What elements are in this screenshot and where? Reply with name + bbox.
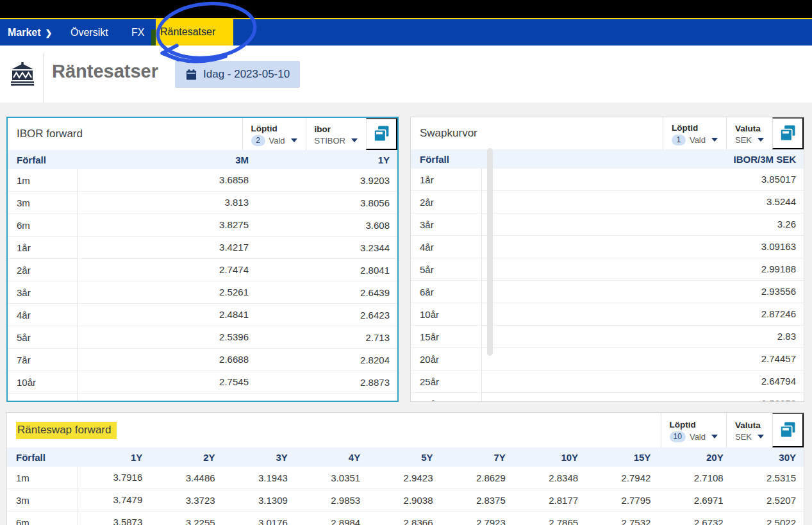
loptid-dropdown[interactable]: Löptid 1 Vald — [663, 117, 726, 149]
cell-value: 3.813 — [77, 192, 256, 214]
column-header: 3M — [77, 154, 256, 165]
copy-icon — [779, 422, 796, 438]
cell-value: 3.8056 — [256, 197, 397, 208]
bank-icon — [10, 62, 35, 87]
cell-label: 30år — [411, 399, 481, 402]
nav-item-rantesatser-active[interactable]: Räntesatser — [156, 18, 233, 46]
cell-label: 3m — [7, 495, 78, 506]
valuta-value: SEK — [735, 135, 752, 145]
loptid-dropdown[interactable]: Löptid 10 Vald — [661, 413, 726, 447]
column-header: 20Y — [658, 452, 731, 463]
table-row: 5år2.53962.713 — [8, 326, 397, 349]
table-row: 2år3.5244 — [411, 191, 804, 213]
cell-label: 1år — [8, 242, 77, 253]
cell-label: 4år — [411, 242, 481, 253]
column-header: Förfall — [7, 452, 78, 463]
cell-label: 3år — [411, 219, 481, 230]
table-row: 4år3.09163 — [411, 236, 804, 258]
cell-label: 1år — [411, 174, 481, 185]
cell-value: 2.9038 — [368, 495, 440, 506]
column-header: 2Y — [150, 452, 222, 463]
cell-value: 2.6439 — [256, 287, 397, 298]
copy-table-button[interactable] — [772, 117, 804, 149]
cell-value: 2.5826 — [256, 399, 397, 402]
cell-value: 2.7545 — [77, 371, 256, 394]
valuta-value: SEK — [735, 432, 752, 442]
cell-label: 15år — [411, 331, 481, 342]
swap-table-body: 1år3.850172år3.52443år3.264år3.091635år2… — [411, 169, 804, 402]
column-header: 1Y — [256, 154, 397, 165]
cell-value: 3.2255 — [150, 517, 222, 525]
panel-swapkurvor: Swapkurvor Löptid 1 Vald Valuta SEK — [410, 117, 804, 402]
cell-value: 2.64794 — [481, 371, 804, 393]
cell-label: 4år — [8, 310, 77, 321]
cell-value: 2.8366 — [368, 517, 440, 525]
cell-value: 3.7916 — [78, 467, 150, 489]
nav-item-fx[interactable]: FX — [131, 19, 144, 46]
cell-value: 2.8375 — [441, 495, 513, 506]
selected-count-badge: 2 — [251, 135, 265, 146]
nav-item-oversikt[interactable]: Översikt — [70, 19, 108, 46]
column-header: Förfall — [411, 154, 481, 165]
ibor-dropdown[interactable]: ibor STIBOR — [306, 118, 366, 150]
cell-value: 2.8873 — [256, 377, 397, 388]
vertical-scrollbar[interactable] — [487, 148, 493, 356]
loptid-dropdown[interactable]: Löptid 2 Vald — [242, 118, 306, 150]
panel-ibor-header: IBOR forward Löptid 2 Vald ibor STIBOR — [8, 118, 397, 150]
date-picker-label: Idag - 2023-05-10 — [203, 68, 290, 81]
column-header: 1Y — [78, 452, 150, 463]
cell-value: 2.5261 — [77, 281, 256, 304]
ibor-table-body: 1m3.68583.92033m3.8133.80566m3.82753.608… — [8, 169, 397, 402]
table-row: 3m3.74793.37233.13092.98532.90382.83752.… — [7, 489, 804, 512]
cell-label: 2år — [8, 265, 77, 276]
loptid-label: Löptid — [672, 123, 718, 133]
cell-value: 3.6858 — [77, 169, 256, 192]
column-header: 4Y — [295, 452, 368, 463]
table-row: 1år3.42173.2344 — [8, 237, 397, 259]
cell-value: 2.5207 — [731, 495, 804, 506]
cell-value: 2.8348 — [513, 472, 586, 483]
copy-table-button[interactable] — [772, 413, 804, 447]
cell-label: 6m — [8, 220, 77, 231]
cell-value: 3.0351 — [295, 472, 368, 483]
cell-value: 2.7942 — [586, 472, 658, 483]
cell-value: 2.6688 — [77, 349, 256, 371]
forward-table-header: Förfall1Y2Y3Y4Y5Y7Y10Y15Y20Y30Y — [7, 447, 804, 467]
cell-value: 2.4962 — [77, 394, 256, 402]
cell-value: 2.713 — [256, 332, 397, 343]
cell-value: 2.7108 — [658, 472, 731, 483]
ibor-table-header: Förfall3M1Y — [8, 150, 397, 169]
cell-label: 7år — [8, 354, 77, 365]
table-row: 6m3.82753.608 — [8, 214, 397, 237]
column-header: 5Y — [368, 452, 440, 463]
table-row: 2år2.74742.8041 — [8, 259, 397, 281]
copy-icon — [779, 125, 796, 142]
table-row: 10år2.87246 — [411, 303, 804, 326]
panel-swap-title: Swapkurvor — [411, 117, 663, 149]
cell-value: 3.1943 — [223, 472, 295, 483]
table-row: 1m3.79163.44863.19433.03512.94232.86292.… — [7, 467, 804, 489]
caret-down-icon — [711, 435, 718, 438]
ibor-label: ibor — [315, 124, 358, 134]
cell-value: 3.5244 — [481, 191, 804, 213]
copy-table-button[interactable] — [366, 118, 397, 150]
valuta-dropdown[interactable]: Valuta SEK — [726, 413, 772, 447]
cell-value: 3.3723 — [150, 495, 222, 506]
cell-label: 10år — [8, 377, 77, 388]
calendar-icon — [185, 69, 197, 81]
nav-brand[interactable]: Market❯ — [8, 19, 52, 46]
caret-down-icon — [758, 138, 764, 142]
valuta-dropdown[interactable]: Valuta SEK — [726, 117, 772, 149]
table-row: 1m3.68583.9203 — [8, 169, 397, 192]
table-row: 4år2.48412.6423 — [8, 304, 397, 326]
table-row: 6år2.93556 — [411, 281, 804, 303]
loptid-label: Löptid — [251, 124, 297, 133]
cell-value: 2.7474 — [77, 259, 256, 281]
page-header: Räntesatser Idag - 2023-05-10 — [0, 46, 812, 103]
cell-value: 2.9853 — [295, 495, 368, 506]
cell-label: 6år — [411, 287, 481, 297]
date-picker-button[interactable]: Idag - 2023-05-10 — [175, 61, 300, 88]
cell-label: 25år — [411, 376, 481, 387]
cell-value: 3.608 — [256, 220, 397, 231]
panel-ranteswap-forward: Ränteswap forward Löptid 10 Vald Valuta … — [6, 412, 804, 525]
